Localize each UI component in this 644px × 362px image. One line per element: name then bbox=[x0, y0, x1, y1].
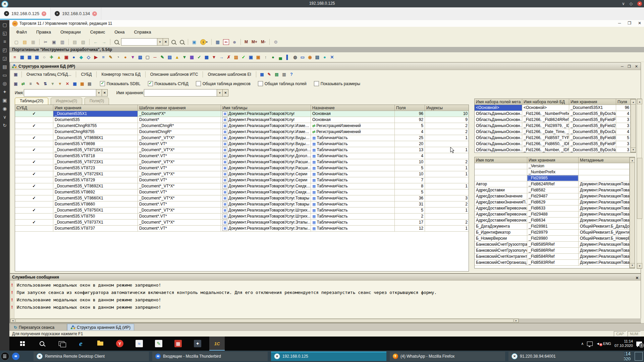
cell[interactable]: Document535.VT8660 bbox=[53, 201, 138, 207]
clear-icon[interactable]: ✕ bbox=[222, 89, 228, 96]
dev-table-3-icon[interactable]: ▦ bbox=[34, 54, 40, 60]
storage-filter-input[interactable]: ▼✕ bbox=[144, 89, 228, 97]
table-row[interactable]: ✓_Document535_VT8723X1_Document*_VT*X*▦Д… bbox=[15, 159, 469, 165]
cell[interactable]: ОбщийРеквизит.Б_ДатаДо… bbox=[579, 224, 630, 230]
menu-item-Правка[interactable]: Правка bbox=[36, 29, 52, 35]
cell[interactable]: 12 bbox=[395, 226, 425, 232]
calendar-icon[interactable]: 31 bbox=[222, 38, 230, 46]
column-header-поля[interactable]: Поля bbox=[395, 105, 425, 111]
collapse-icon[interactable]: ∨ bbox=[622, 1, 625, 6]
column-header[interactable]: Поля bbox=[616, 99, 631, 105]
dev-play-icon[interactable]: ▶ bbox=[93, 54, 99, 60]
cell[interactable]: _Document535_VT8660X1 bbox=[53, 195, 138, 201]
cell[interactable] bbox=[15, 165, 53, 171]
table-row[interactable]: ✓_Document535X1_Document*X*▦Документ.Реа… bbox=[15, 111, 469, 117]
system-tools-button[interactable]: ✦ bbox=[190, 337, 205, 351]
cell[interactable]: _Fld1266, _Fld8650, _IDR… bbox=[522, 141, 569, 147]
cell[interactable]: ОбщийРеквизит.Б_НомерВ… bbox=[579, 236, 630, 242]
dev-up-icon[interactable]: ▲ bbox=[174, 54, 180, 60]
fields-scrollbar[interactable]: ▲▼ bbox=[629, 157, 635, 268]
cell[interactable]: ✓ bbox=[15, 195, 53, 201]
scaled-mode-icon[interactable]: ◲ bbox=[2, 56, 7, 61]
scroll-right-icon[interactable]: ► bbox=[514, 319, 519, 322]
cell[interactable]: _Fld28979 bbox=[527, 230, 579, 236]
copy-icon[interactable]: ▣ bbox=[50, 38, 58, 46]
cell[interactable]: Основная bbox=[311, 111, 395, 117]
clock[interactable]: 11:1407.10.2020 bbox=[614, 339, 633, 348]
tables-table[interactable]: СУБДИмя храненияШаблон имени храненияИмя… bbox=[15, 105, 469, 272]
cell[interactable]: _Document535X1 bbox=[53, 111, 138, 117]
cell[interactable]: Document*.VT* bbox=[138, 141, 221, 147]
redo-icon[interactable]: → bbox=[100, 38, 108, 46]
cell[interactable]: Document*.VT* bbox=[138, 201, 221, 207]
cell[interactable]: 2 bbox=[425, 123, 469, 129]
dev-nav-icon[interactable]: ◇ bbox=[85, 54, 92, 60]
cell[interactable]: ▦ТабличнаяЧасть bbox=[311, 195, 395, 201]
checkbox-показывать-sdbl[interactable]: ✓Показывать SDBL bbox=[100, 81, 141, 86]
cell[interactable]: _Fld8586RRef bbox=[527, 248, 579, 254]
cell[interactable]: _Document535_VT8718X1 bbox=[53, 147, 138, 153]
table-row[interactable]: Document535.VT8723Document*.VT*▦Документ… bbox=[15, 165, 469, 171]
cell[interactable]: Document*.VT* bbox=[138, 214, 221, 220]
chevron-down-icon[interactable]: ▼ bbox=[157, 39, 163, 45]
cell[interactable]: ✓ bbox=[15, 147, 53, 153]
window-button[interactable]: ✕Remmina Remote Desktop Client bbox=[34, 352, 149, 361]
cell[interactable]: ▦ТабличнаяЧасть bbox=[311, 226, 395, 232]
cell[interactable] bbox=[15, 117, 53, 123]
cell[interactable]: _Fld1266, _Fld28979, _ID… bbox=[522, 123, 569, 129]
minimize-icon[interactable]: ─ bbox=[618, 21, 621, 25]
menu-item-Сервис[interactable]: Сервис bbox=[90, 29, 106, 35]
dev-report-icon[interactable]: ▤ bbox=[314, 54, 321, 60]
cell[interactable] bbox=[475, 163, 527, 169]
field-row[interactable]: Б_НомерВерсии_Fld28980ОбщийРеквизит.Б_Но… bbox=[475, 236, 635, 242]
field-row[interactable]: АдресДоставкиПеревозчик…_Fld8634Документ… bbox=[475, 218, 635, 224]
scroll-up-icon[interactable]: ▲ bbox=[637, 99, 642, 104]
table-row[interactable]: ✓_Document535_VT8729X1_Document*_VT*X*▦Д… bbox=[15, 171, 469, 177]
cell[interactable]: _Document535_VT8737X1 bbox=[53, 220, 138, 226]
dev-close-icon[interactable]: ✕ bbox=[329, 54, 335, 60]
chevron-down-icon[interactable]: ▼ bbox=[96, 89, 102, 96]
cell[interactable]: ▦Документ.РеализацияТоваровУслуг.Расши… bbox=[221, 159, 311, 165]
remote-tab[interactable]: ✕192.168.0.125✕ bbox=[0, 7, 51, 20]
cell[interactable] bbox=[425, 141, 469, 147]
cell[interactable]: _Document535X1 bbox=[569, 105, 616, 111]
dev-arrow-icon[interactable]: → bbox=[218, 54, 225, 60]
scroll-thumb[interactable] bbox=[631, 104, 636, 148]
table-row[interactable]: ✓_Document535_VT8660X1_Document*_VT*X*▦Д… bbox=[15, 195, 469, 201]
cell[interactable]: Document535.VT8718 bbox=[53, 153, 138, 159]
undo-icon[interactable]: ← bbox=[92, 38, 99, 46]
cell[interactable]: _Document*_VT*X* bbox=[138, 220, 221, 226]
column-header-имя таблицы[interactable]: Имя таблицы bbox=[221, 105, 311, 111]
cell[interactable]: _Fld8629 bbox=[527, 199, 579, 205]
dev-form-icon[interactable]: ▧ bbox=[137, 54, 144, 60]
cell[interactable]: БанковскийСчетГрузоотпра… bbox=[475, 242, 527, 248]
cell[interactable]: АдресДоставкиЗначение bbox=[475, 193, 527, 199]
volume-muted-icon[interactable]: ◄✕ bbox=[596, 342, 600, 346]
cell[interactable]: Document*.VT* bbox=[138, 226, 221, 232]
dev-panel-icon[interactable]: ▭ bbox=[299, 54, 306, 60]
cell[interactable]: 10 bbox=[395, 171, 425, 177]
column-header[interactable]: Имя набора полей БД bbox=[522, 99, 569, 105]
cell[interactable]: 96 bbox=[395, 111, 425, 117]
query-table-icon[interactable]: ▦ bbox=[259, 71, 265, 77]
minimize-icon[interactable]: ─ bbox=[621, 64, 624, 68]
filter-set-icon[interactable]: ▼ bbox=[57, 81, 63, 87]
cell[interactable]: 2 bbox=[425, 201, 469, 207]
field-row[interactable]: _Version bbox=[475, 163, 635, 169]
cell[interactable]: ▦ТабличнаяЧасть bbox=[311, 141, 395, 147]
cell[interactable]: 3 bbox=[616, 147, 631, 153]
memory-recall-button[interactable]: M bbox=[243, 40, 249, 44]
cell[interactable]: 9 bbox=[425, 117, 469, 123]
cell[interactable]: ▦Документ.РеализацияТоваровУслуг.Скидк… bbox=[221, 189, 311, 195]
cell[interactable]: _Fld1266, _Number, _IDR… bbox=[522, 147, 569, 153]
column-header-субд[interactable]: СУБД bbox=[15, 105, 53, 111]
cell[interactable]: Document535.VT8692 bbox=[53, 189, 138, 195]
cell[interactable]: 1 bbox=[425, 226, 469, 232]
cell[interactable]: <Основной> bbox=[475, 105, 522, 111]
dev-cancel-icon[interactable]: ✗ bbox=[225, 54, 232, 60]
column-header[interactable]: Имя хранения bbox=[527, 157, 579, 163]
cell[interactable]: АдресДоставкиЗначенияП… bbox=[475, 199, 527, 205]
dev-drop-icon[interactable]: ▼ bbox=[211, 54, 217, 60]
cell[interactable] bbox=[15, 214, 53, 220]
field-row[interactable]: Б_ДатаДокумента_Fld28981ОбщийРеквизит.Б_… bbox=[475, 224, 635, 230]
